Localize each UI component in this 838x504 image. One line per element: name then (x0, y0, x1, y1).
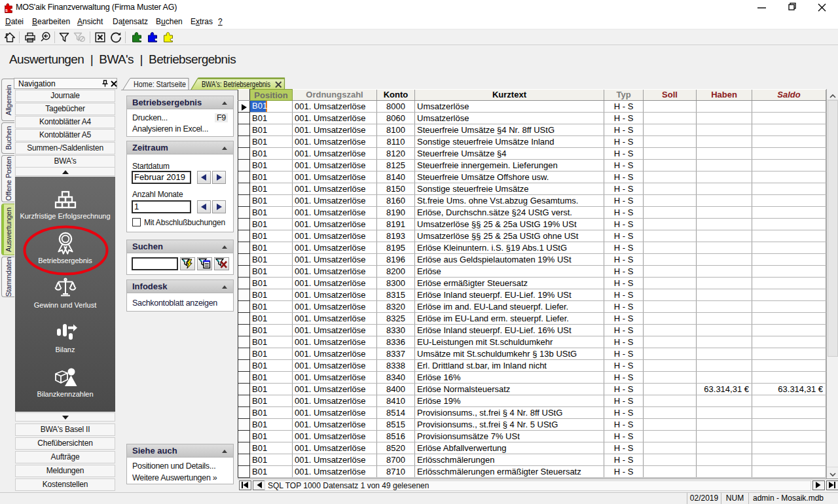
svg-text:BWA's: Betriebsergebnis: BWA's: Betriebsergebnis (202, 80, 270, 89)
svg-text:Home: Startseite: Home: Startseite (134, 80, 186, 89)
svg-text:s: s (5, 8, 8, 12)
